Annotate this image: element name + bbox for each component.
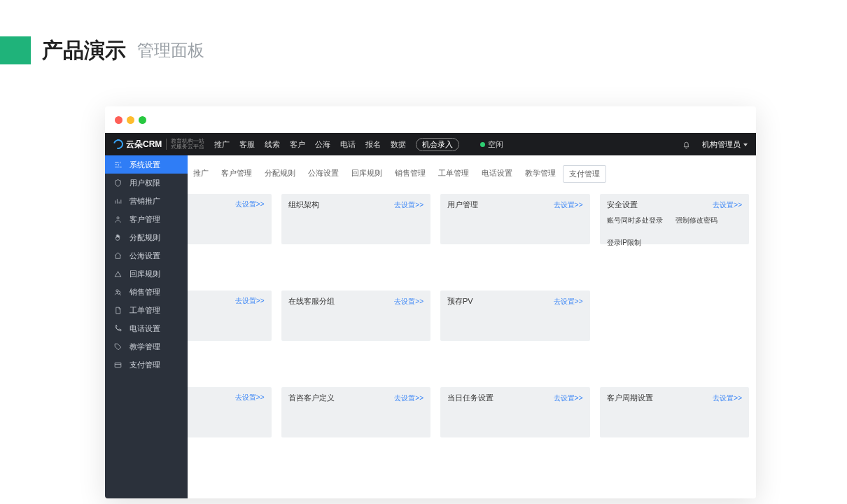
go-settings-link[interactable]: 去设置>> [235, 200, 265, 209]
tab-item[interactable]: 教学管理 [519, 165, 561, 183]
tab-item[interactable]: 支付管理 [563, 165, 606, 183]
nav-item[interactable]: 客户 [290, 139, 305, 150]
nav-item[interactable]: 电话 [340, 139, 356, 150]
settings-card: 预存PV去设置>> [440, 290, 590, 341]
go-settings-link[interactable]: 去设置>> [713, 393, 742, 403]
card-title: 首咨客户定义 [288, 393, 335, 403]
settings-card: 用户管理去设置>> [440, 194, 590, 244]
go-settings-link[interactable]: 去设置>> [235, 296, 265, 306]
slide-title: 产品演示 [42, 36, 126, 65]
tabbar: 推广客户管理分配规则公海设置回库规则销售管理工单管理电话设置教学管理支付管理 [188, 155, 756, 190]
go-settings-link[interactable]: 去设置>> [394, 393, 424, 403]
slide-header: 产品演示 管理面板 [0, 34, 204, 67]
go-settings-link[interactable]: 去设置>> [554, 200, 583, 210]
sidebar-item-label: 销售管理 [130, 287, 160, 298]
settings-card: 安全设置去设置>>账号同时多处登录强制修改密码登录IP限制 [600, 194, 750, 244]
logo-tagline: 教育机构一站 式服务云平台 [166, 139, 204, 150]
go-settings-link[interactable]: 去设置>> [554, 297, 583, 307]
card-title: 用户管理 [447, 200, 478, 210]
sidebar-item-label: 系统设置 [130, 160, 160, 170]
logo-text: 云朵CRM [126, 139, 162, 150]
sidebar-item-label: 公海设置 [130, 251, 160, 261]
sidebar-item-1[interactable]: 用户权限 [105, 174, 188, 192]
sidebar-item-label: 分配规则 [130, 232, 160, 243]
svg-rect-2 [115, 363, 121, 368]
app-window: 云朵CRM 教育机构一站 式服务云平台 推广 客服 线索 客户 公海 电话 报名… [105, 106, 756, 498]
window-titlebar [105, 106, 756, 133]
sidebar-item-label: 支付管理 [130, 360, 160, 370]
sidebar-item-3[interactable]: 客户管理 [105, 210, 188, 228]
tab-item[interactable]: 推广 [188, 165, 214, 183]
settings-card: 首咨客户定义去设置>> [281, 387, 431, 438]
triangle-icon [113, 270, 122, 279]
tab-item[interactable]: 分配规则 [259, 165, 301, 183]
go-settings-link[interactable]: 去设置>> [554, 393, 583, 403]
tab-item[interactable]: 电话设置 [476, 165, 518, 183]
card-title: 当日任务设置 [447, 393, 493, 403]
card-title: 安全设置 [607, 200, 638, 210]
card-row: 去设置>>组织架构去设置>>用户管理去设置>>安全设置去设置>>账号同时多处登录… [188, 194, 756, 244]
sidebar-item-label: 电话设置 [130, 323, 160, 334]
doc-icon [113, 306, 122, 315]
go-settings-link[interactable]: 去设置>> [713, 200, 742, 210]
tab-item[interactable]: 公海设置 [302, 165, 344, 183]
sidebar-item-2[interactable]: 营销推广 [105, 192, 188, 210]
tab-item[interactable]: 回库规则 [346, 165, 388, 183]
settings-card: 去设置>> [188, 194, 272, 244]
card-sub-item: 登录IP限制 [607, 238, 641, 248]
tab-item[interactable]: 销售管理 [389, 165, 431, 183]
window-close-dot[interactable] [115, 116, 122, 124]
card-row: 去设置>>在线客服分组去设置>>预存PV去设置>> [188, 290, 756, 341]
go-settings-link[interactable]: 去设置>> [235, 393, 265, 402]
card-title: 预存PV [447, 296, 473, 307]
hand-icon [113, 233, 122, 242]
sidebar-item-label: 教学管理 [130, 342, 160, 352]
go-settings-link[interactable]: 去设置>> [394, 297, 424, 307]
bell-icon[interactable] [682, 140, 691, 149]
card-sub-item: 强制修改密码 [676, 216, 718, 225]
record-opportunity-button[interactable]: 机会录入 [416, 138, 459, 151]
sidebar-item-label: 客户管理 [130, 214, 160, 225]
sidebar-item-6[interactable]: 回库规则 [105, 265, 188, 283]
sidebar-item-9[interactable]: 电话设置 [105, 319, 188, 337]
sidebar-item-label: 工单管理 [130, 305, 160, 316]
nav-item[interactable]: 线索 [265, 139, 280, 150]
slide-accent [0, 36, 31, 64]
tab-item[interactable]: 工单管理 [433, 165, 475, 183]
sidebar-item-4[interactable]: 分配规则 [105, 228, 188, 246]
sidebar-item-11[interactable]: 支付管理 [105, 356, 188, 374]
search-person-icon [113, 288, 122, 297]
sidebar-item-label: 营销推广 [130, 196, 160, 206]
sidebar: 系统设置用户权限营销推广客户管理分配规则公海设置回库规则销售管理工单管理电话设置… [105, 155, 188, 498]
svg-point-1 [116, 289, 118, 291]
phone-icon [113, 324, 122, 333]
slide-subtitle: 管理面板 [137, 39, 204, 62]
go-settings-link[interactable]: 去设置>> [394, 200, 424, 210]
window-min-dot[interactable] [127, 116, 134, 124]
sidebar-item-label: 用户权限 [130, 178, 160, 188]
nav-item[interactable]: 公海 [315, 139, 330, 150]
card-icon [113, 360, 122, 370]
user-role-dropdown[interactable]: 机构管理员 [702, 139, 748, 150]
sidebar-item-0[interactable]: 系统设置 [105, 155, 188, 174]
settings-card: 在线客服分组去设置>> [281, 290, 431, 341]
nav-item[interactable]: 报名 [365, 139, 381, 150]
card-title: 在线客服分组 [288, 296, 335, 307]
sidebar-item-5[interactable]: 公海设置 [105, 246, 188, 265]
status-dot-icon [480, 142, 485, 147]
person-icon [113, 215, 122, 224]
sidebar-item-10[interactable]: 教学管理 [105, 337, 188, 356]
shield-icon [113, 178, 122, 188]
tag-icon [113, 342, 122, 351]
settings-card: 当日任务设置去设置>> [440, 387, 590, 438]
nav-item[interactable]: 客服 [239, 139, 255, 150]
settings-card: 去设置>> [188, 290, 272, 341]
nav-item[interactable]: 推广 [214, 139, 230, 150]
window-max-dot[interactable] [139, 116, 146, 124]
tab-item[interactable]: 客户管理 [216, 165, 258, 183]
sidebar-item-7[interactable]: 销售管理 [105, 283, 188, 301]
sidebar-item-8[interactable]: 工单管理 [105, 301, 188, 319]
main-content: 推广客户管理分配规则公海设置回库规则销售管理工单管理电话设置教学管理支付管理 去… [188, 155, 756, 498]
nav-item[interactable]: 数据 [391, 139, 406, 150]
chevron-down-icon [743, 144, 748, 146]
